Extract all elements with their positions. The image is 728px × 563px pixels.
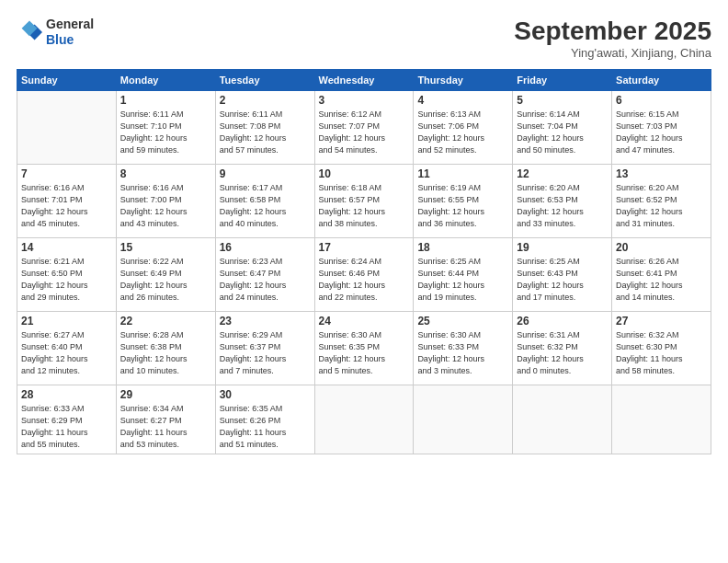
day-number: 15 (120, 241, 211, 254)
day-number: 9 (220, 167, 311, 180)
logo-text: General Blue (46, 17, 94, 48)
day-number: 10 (319, 167, 410, 180)
day-info: Sunrise: 6:27 AMSunset: 6:40 PMDaylight:… (21, 329, 112, 377)
day-number: 11 (417, 167, 508, 180)
day-info: Sunrise: 6:28 AMSunset: 6:38 PMDaylight:… (120, 329, 211, 377)
calendar-cell: 20Sunrise: 6:26 AMSunset: 6:41 PMDayligh… (612, 238, 711, 312)
day-info: Sunrise: 6:20 AMSunset: 6:53 PMDaylight:… (517, 182, 608, 230)
day-info: Sunrise: 6:20 AMSunset: 6:52 PMDaylight:… (616, 182, 707, 230)
day-number: 23 (220, 315, 311, 327)
calendar-cell: 17Sunrise: 6:24 AMSunset: 6:46 PMDayligh… (314, 238, 414, 312)
calendar-cell: 19Sunrise: 6:25 AMSunset: 6:43 PMDayligh… (513, 238, 612, 312)
calendar-cell: 30Sunrise: 6:35 AMSunset: 6:26 PMDayligh… (215, 385, 314, 454)
week-row-3: 14Sunrise: 6:21 AMSunset: 6:50 PMDayligh… (17, 238, 711, 312)
weekday-header-monday: Monday (116, 70, 215, 91)
day-number: 4 (417, 94, 508, 107)
calendar-cell: 13Sunrise: 6:20 AMSunset: 6:52 PMDayligh… (612, 165, 711, 238)
day-number: 3 (319, 94, 410, 107)
calendar-cell (17, 91, 117, 165)
weekday-header-row: SundayMondayTuesdayWednesdayThursdayFrid… (17, 70, 711, 91)
location: Ying'awati, Xinjiang, China (514, 46, 711, 60)
calendar-cell: 10Sunrise: 6:18 AMSunset: 6:57 PMDayligh… (314, 165, 414, 238)
day-number: 20 (616, 241, 707, 254)
day-number: 6 (616, 94, 707, 107)
logo-blue: Blue (46, 32, 94, 48)
weekday-header-thursday: Thursday (414, 70, 513, 91)
weekday-header-wednesday: Wednesday (314, 70, 414, 91)
calendar-cell: 12Sunrise: 6:20 AMSunset: 6:53 PMDayligh… (513, 165, 612, 238)
day-info: Sunrise: 6:31 AMSunset: 6:32 PMDaylight:… (517, 329, 608, 377)
week-row-2: 7Sunrise: 6:16 AMSunset: 7:01 PMDaylight… (17, 165, 711, 238)
weekday-header-sunday: Sunday (17, 70, 117, 91)
calendar-cell: 14Sunrise: 6:21 AMSunset: 6:50 PMDayligh… (17, 238, 117, 312)
day-number: 7 (21, 167, 112, 180)
weekday-header-friday: Friday (513, 70, 612, 91)
day-info: Sunrise: 6:22 AMSunset: 6:49 PMDaylight:… (120, 256, 211, 304)
day-number: 8 (120, 167, 211, 180)
week-row-1: 1Sunrise: 6:11 AMSunset: 7:10 PMDaylight… (17, 91, 711, 165)
calendar-cell: 23Sunrise: 6:29 AMSunset: 6:37 PMDayligh… (215, 312, 314, 385)
day-info: Sunrise: 6:24 AMSunset: 6:46 PMDaylight:… (319, 256, 410, 304)
calendar-cell: 27Sunrise: 6:32 AMSunset: 6:30 PMDayligh… (612, 312, 711, 385)
day-number: 24 (319, 315, 410, 327)
logo-general: General (46, 17, 94, 32)
day-number: 18 (417, 241, 508, 254)
calendar-cell: 8Sunrise: 6:16 AMSunset: 7:00 PMDaylight… (116, 165, 215, 238)
day-info: Sunrise: 6:14 AMSunset: 7:04 PMDaylight:… (517, 109, 608, 156)
calendar: SundayMondayTuesdayWednesdayThursdayFrid… (17, 69, 711, 454)
day-number: 27 (616, 315, 707, 327)
day-info: Sunrise: 6:35 AMSunset: 6:26 PMDaylight:… (220, 403, 311, 451)
calendar-cell: 28Sunrise: 6:33 AMSunset: 6:29 PMDayligh… (17, 385, 117, 454)
calendar-cell (314, 385, 414, 454)
header: General Blue September 2025 Ying'awati, … (17, 17, 711, 60)
day-number: 28 (21, 388, 112, 401)
calendar-cell: 29Sunrise: 6:34 AMSunset: 6:27 PMDayligh… (116, 385, 215, 454)
logo-icon (17, 19, 42, 45)
calendar-cell: 4Sunrise: 6:13 AMSunset: 7:06 PMDaylight… (414, 91, 513, 165)
day-number: 17 (319, 241, 410, 254)
day-info: Sunrise: 6:21 AMSunset: 6:50 PMDaylight:… (21, 256, 112, 304)
week-row-4: 21Sunrise: 6:27 AMSunset: 6:40 PMDayligh… (17, 312, 711, 385)
day-info: Sunrise: 6:12 AMSunset: 7:07 PMDaylight:… (319, 109, 410, 156)
calendar-cell: 2Sunrise: 6:11 AMSunset: 7:08 PMDaylight… (215, 91, 314, 165)
calendar-cell: 9Sunrise: 6:17 AMSunset: 6:58 PMDaylight… (215, 165, 314, 238)
day-info: Sunrise: 6:11 AMSunset: 7:10 PMDaylight:… (120, 109, 211, 156)
day-info: Sunrise: 6:30 AMSunset: 6:33 PMDaylight:… (417, 329, 508, 377)
day-info: Sunrise: 6:32 AMSunset: 6:30 PMDaylight:… (616, 329, 707, 377)
title-block: September 2025 Ying'awati, Xinjiang, Chi… (514, 17, 711, 60)
calendar-cell: 21Sunrise: 6:27 AMSunset: 6:40 PMDayligh… (17, 312, 117, 385)
calendar-cell: 7Sunrise: 6:16 AMSunset: 7:01 PMDaylight… (17, 165, 117, 238)
day-number: 12 (517, 167, 608, 180)
calendar-cell: 5Sunrise: 6:14 AMSunset: 7:04 PMDaylight… (513, 91, 612, 165)
day-number: 16 (220, 241, 311, 254)
day-info: Sunrise: 6:11 AMSunset: 7:08 PMDaylight:… (220, 109, 311, 156)
day-number: 29 (120, 388, 211, 401)
day-info: Sunrise: 6:18 AMSunset: 6:57 PMDaylight:… (319, 182, 410, 230)
calendar-cell: 24Sunrise: 6:30 AMSunset: 6:35 PMDayligh… (314, 312, 414, 385)
calendar-cell: 15Sunrise: 6:22 AMSunset: 6:49 PMDayligh… (116, 238, 215, 312)
calendar-cell: 25Sunrise: 6:30 AMSunset: 6:33 PMDayligh… (414, 312, 513, 385)
calendar-cell: 26Sunrise: 6:31 AMSunset: 6:32 PMDayligh… (513, 312, 612, 385)
day-info: Sunrise: 6:30 AMSunset: 6:35 PMDaylight:… (319, 329, 410, 377)
month-title: September 2025 (514, 17, 711, 46)
day-number: 2 (220, 94, 311, 107)
day-info: Sunrise: 6:29 AMSunset: 6:37 PMDaylight:… (220, 329, 311, 377)
calendar-cell: 16Sunrise: 6:23 AMSunset: 6:47 PMDayligh… (215, 238, 314, 312)
day-info: Sunrise: 6:17 AMSunset: 6:58 PMDaylight:… (220, 182, 311, 230)
day-number: 14 (21, 241, 112, 254)
day-number: 22 (120, 315, 211, 327)
page: General Blue September 2025 Ying'awati, … (0, 0, 728, 563)
day-info: Sunrise: 6:16 AMSunset: 7:00 PMDaylight:… (120, 182, 211, 230)
day-number: 19 (517, 241, 608, 254)
weekday-header-tuesday: Tuesday (215, 70, 314, 91)
day-info: Sunrise: 6:33 AMSunset: 6:29 PMDaylight:… (21, 403, 112, 451)
day-info: Sunrise: 6:25 AMSunset: 6:43 PMDaylight:… (517, 256, 608, 304)
day-number: 5 (517, 94, 608, 107)
calendar-cell: 11Sunrise: 6:19 AMSunset: 6:55 PMDayligh… (414, 165, 513, 238)
calendar-cell: 6Sunrise: 6:15 AMSunset: 7:03 PMDaylight… (612, 91, 711, 165)
day-info: Sunrise: 6:19 AMSunset: 6:55 PMDaylight:… (417, 182, 508, 230)
logo: General Blue (17, 17, 94, 48)
day-info: Sunrise: 6:15 AMSunset: 7:03 PMDaylight:… (616, 109, 707, 156)
calendar-cell (513, 385, 612, 454)
day-info: Sunrise: 6:13 AMSunset: 7:06 PMDaylight:… (417, 109, 508, 156)
